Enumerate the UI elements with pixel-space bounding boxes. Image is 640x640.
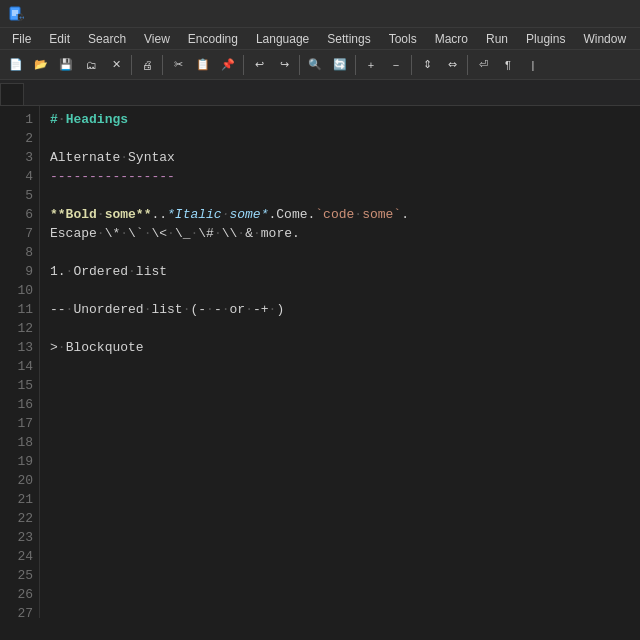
indent-guide-button[interactable]: | — [521, 53, 545, 77]
cut-button[interactable]: ✂ — [166, 53, 190, 77]
line-num-8: 8 — [10, 243, 33, 262]
line-num-21: 21 — [10, 490, 33, 509]
sep7 — [467, 55, 468, 75]
menu-plugins[interactable]: Plugins — [518, 29, 573, 49]
maximize-button[interactable] — [574, 3, 602, 25]
save-all-button[interactable]: 🗂 — [79, 53, 103, 77]
line-num-11: 11 — [10, 300, 33, 319]
menu-view[interactable]: View — [136, 29, 178, 49]
menu-settings[interactable]: Settings — [319, 29, 378, 49]
line-num-1: 1 — [10, 110, 33, 129]
open-button[interactable]: 📂 — [29, 53, 53, 77]
line-num-20: 20 — [10, 471, 33, 490]
sync-scroll-v-button[interactable]: ⇕ — [415, 53, 439, 77]
menu-macro[interactable]: Macro — [427, 29, 476, 49]
code-line-7: Escape·\*·\`·\<·\_·\#·\\·&·more. — [50, 224, 640, 243]
line-num-6: 6 — [10, 205, 33, 224]
svg-text:++: ++ — [19, 15, 24, 21]
app-icon: ++ — [8, 6, 24, 22]
window-controls[interactable] — [544, 3, 632, 25]
line-num-19: 19 — [10, 452, 33, 471]
tabbar — [0, 80, 640, 106]
toolbar: 📄 📂 💾 🗂 ✕ 🖨 ✂ 📋 📌 ↩ ↪ 🔍 🔄 + − ⇕ ⇔ ⏎ ¶ | — [0, 50, 640, 80]
print-button[interactable]: 🖨 — [135, 53, 159, 77]
line-num-16: 16 — [10, 395, 33, 414]
code-line-5 — [50, 186, 640, 205]
sync-scroll-h-button[interactable]: ⇔ — [440, 53, 464, 77]
code-line-11: --·Unordered·list·(-·-·or·-+·) — [50, 300, 640, 319]
code-line-9: 1.·Ordered·list — [50, 262, 640, 281]
zoom-out-button[interactable]: − — [384, 53, 408, 77]
close-tab-button[interactable]: ✕ — [104, 53, 128, 77]
code-line-15 — [50, 376, 640, 395]
editor[interactable]: 1 2 3 4 5 6 7 8 9 10 11 12 13 14 15 16 1… — [0, 106, 640, 618]
line-num-12: 12 — [10, 319, 33, 338]
all-chars-button[interactable]: ¶ — [496, 53, 520, 77]
menu-search[interactable]: Search — [80, 29, 134, 49]
menu-file[interactable]: File — [4, 29, 39, 49]
code-line-14 — [50, 357, 640, 376]
copy-button[interactable]: 📋 — [191, 53, 215, 77]
undo-button[interactable]: ↩ — [247, 53, 271, 77]
menubar: File Edit Search View Encoding Language … — [0, 28, 640, 50]
code-line-2 — [50, 129, 640, 148]
code-line-4: ---------------- — [50, 167, 640, 186]
menu-encoding[interactable]: Encoding — [180, 29, 246, 49]
line-num-22: 22 — [10, 509, 33, 528]
code-line-6: **Bold·some**..*Italic·some*.Come.`code·… — [50, 205, 640, 224]
redo-button[interactable]: ↪ — [272, 53, 296, 77]
titlebar: ++ — [0, 0, 640, 28]
line-num-10: 10 — [10, 281, 33, 300]
find-button[interactable]: 🔍 — [303, 53, 327, 77]
sep6 — [411, 55, 412, 75]
menu-tools[interactable]: Tools — [381, 29, 425, 49]
replace-button[interactable]: 🔄 — [328, 53, 352, 77]
line-num-2: 2 — [10, 129, 33, 148]
code-line-12 — [50, 319, 640, 338]
line-num-14: 14 — [10, 357, 33, 376]
line-num-15: 15 — [10, 376, 33, 395]
menu-edit[interactable]: Edit — [41, 29, 78, 49]
code-editor[interactable]: #·Headings Alternate·Syntax ------------… — [40, 106, 640, 618]
menu-run[interactable]: Run — [478, 29, 516, 49]
line-num-5: 5 — [10, 186, 33, 205]
line-num-18: 18 — [10, 433, 33, 452]
sep2 — [162, 55, 163, 75]
code-line-3: Alternate·Syntax — [50, 148, 640, 167]
save-button[interactable]: 💾 — [54, 53, 78, 77]
paste-button[interactable]: 📌 — [216, 53, 240, 77]
close-button[interactable] — [604, 3, 632, 25]
line-num-3: 3 — [10, 148, 33, 167]
line-num-4: 4 — [10, 167, 33, 186]
minimize-button[interactable] — [544, 3, 572, 25]
sep4 — [299, 55, 300, 75]
line-num-17: 17 — [10, 414, 33, 433]
zoom-in-button[interactable]: + — [359, 53, 383, 77]
line-num-27: 27 — [10, 604, 33, 618]
word-wrap-button[interactable]: ⏎ — [471, 53, 495, 77]
line-num-23: 23 — [10, 528, 33, 547]
code-line-1: #·Headings — [50, 110, 640, 129]
line-numbers: 1 2 3 4 5 6 7 8 9 10 11 12 13 14 15 16 1… — [0, 106, 40, 618]
line-num-26: 26 — [10, 585, 33, 604]
code-line-10 — [50, 281, 640, 300]
titlebar-left: ++ — [8, 6, 30, 22]
menu-language[interactable]: Language — [248, 29, 317, 49]
menu-help[interactable]: ? — [636, 29, 640, 49]
code-line-8 — [50, 243, 640, 262]
line-num-13: 13 — [10, 338, 33, 357]
menu-window[interactable]: Window — [575, 29, 634, 49]
sep3 — [243, 55, 244, 75]
line-num-7: 7 — [10, 224, 33, 243]
line-num-25: 25 — [10, 566, 33, 585]
line-num-24: 24 — [10, 547, 33, 566]
new-button[interactable]: 📄 — [4, 53, 28, 77]
code-line-13: >·Blockquote — [50, 338, 640, 357]
line-num-9: 9 — [10, 262, 33, 281]
sep1 — [131, 55, 132, 75]
tab-at-a-glance[interactable] — [0, 83, 24, 105]
sep5 — [355, 55, 356, 75]
